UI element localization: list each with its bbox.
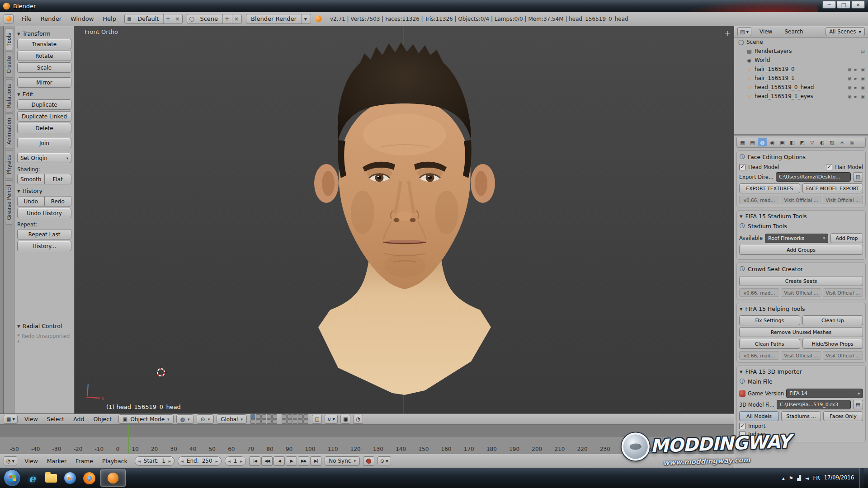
layer-grid-1[interactable]: [250, 414, 277, 424]
outliner-row-eyes[interactable]: ▽ head_156519_1_eyes ◉ ► ▣: [734, 92, 868, 101]
visibility-toggle-icon[interactable]: ◉: [848, 85, 852, 90]
particles-tab-icon[interactable]: ∗: [837, 138, 847, 146]
add-groups-button[interactable]: Add Groups: [739, 245, 863, 255]
increment-icon[interactable]: ▸: [216, 459, 218, 464]
language-indicator[interactable]: FR: [813, 475, 820, 481]
edit-panel-header[interactable]: ▼ Edit: [17, 91, 71, 98]
history-menu-button[interactable]: History...: [17, 241, 71, 251]
network-icon[interactable]: ▟: [797, 475, 801, 481]
renderability-toggle-icon[interactable]: ▣: [861, 85, 865, 90]
renderability-toggle-icon[interactable]: ▣: [861, 67, 865, 72]
delete-layout-button[interactable]: ×: [173, 14, 181, 23]
all-models-button[interactable]: All Models: [739, 411, 779, 421]
outliner-view-menu[interactable]: View: [755, 27, 776, 36]
outliner-row-scene[interactable]: ◯ Scene: [734, 38, 868, 47]
jump-prev-keyframe-button[interactable]: ◀◀: [261, 456, 273, 466]
timeline-menu-item[interactable]: Playback: [98, 456, 132, 466]
top-menu-item[interactable]: Help: [99, 14, 120, 23]
viewport-shading-selector[interactable]: ◍ ▾: [176, 414, 194, 424]
clock-date[interactable]: 17/09/2016: [824, 475, 854, 481]
layer-toggle[interactable]: [298, 419, 303, 424]
faces-only-button[interactable]: Faces Only: [823, 411, 863, 421]
timeline-editor-type-button[interactable]: ◔ ▾: [4, 456, 17, 465]
frame-start-field[interactable]: ◂ Start: 1 ▸: [135, 456, 175, 466]
layer-toggle[interactable]: [282, 419, 287, 424]
blender-taskbar-button[interactable]: [100, 469, 126, 487]
layer-toggle[interactable]: [272, 419, 277, 424]
decrement-icon[interactable]: ◂: [138, 459, 141, 464]
timeline-menu-item[interactable]: Marker: [43, 456, 71, 466]
hidden-icons-arrow[interactable]: ▴: [782, 475, 785, 481]
visit-official-link[interactable]: Visit Official ...: [823, 288, 863, 297]
close-button[interactable]: ×: [851, 1, 865, 9]
stadium-tools-header[interactable]: ▼ FIFA 15 Stadium Tools: [739, 211, 863, 221]
undo-button[interactable]: Undo: [17, 196, 45, 206]
firefox-icon[interactable]: [81, 470, 97, 486]
render-layers-tab-icon[interactable]: ▤: [748, 138, 757, 146]
action-center-icon[interactable]: ⚑: [789, 475, 793, 481]
layer-toggle[interactable]: [267, 419, 272, 424]
outliner-display-selector[interactable]: All Scenes ▾: [826, 27, 865, 36]
indices-checkbox[interactable]: Indices: [739, 431, 767, 437]
timeline-menu-item[interactable]: Frame: [71, 456, 97, 466]
show-desktop-button[interactable]: [859, 468, 864, 488]
hide-show-props-button[interactable]: Hide/Show Props: [802, 339, 863, 349]
start-button[interactable]: [4, 469, 21, 487]
layer-toggle[interactable]: [292, 414, 297, 419]
stadiums-button[interactable]: Stadiums ...: [781, 411, 821, 421]
object-tab-icon[interactable]: ▣: [778, 138, 787, 146]
tab-create[interactable]: Create: [5, 52, 13, 78]
visibility-toggle-icon[interactable]: ◉: [848, 76, 852, 81]
export-dir-field[interactable]: C:\Users\Ramzi\Deskto...: [776, 172, 851, 182]
jump-to-start-button[interactable]: |◀: [249, 456, 260, 466]
duplicate-linked-button[interactable]: Duplicate Linked: [17, 111, 71, 122]
main-file-subheader[interactable]: ⓘ Main File: [739, 376, 863, 387]
layer-toggle[interactable]: [298, 414, 303, 419]
play-reverse-button[interactable]: ◀: [274, 456, 285, 466]
clean-paths-button[interactable]: Clean Paths: [739, 339, 800, 349]
viewport-menu-item[interactable]: Add: [69, 414, 88, 424]
face-model-export-button[interactable]: FACE MODEL EXPORT: [802, 183, 863, 193]
tab-tools[interactable]: Tools: [5, 28, 13, 50]
material-tab-icon[interactable]: ◐: [817, 138, 827, 146]
rotate-button[interactable]: Rotate: [17, 51, 71, 61]
texture-tab-icon[interactable]: ▨: [827, 138, 837, 146]
flat-button[interactable]: Flat: [45, 174, 72, 184]
browse-folder-button[interactable]: ▤: [853, 172, 863, 182]
properties-region-plus-icon[interactable]: +: [725, 29, 731, 38]
render-anim-button[interactable]: ◔: [353, 415, 363, 424]
outliner-row-world[interactable]: ◉ World: [734, 56, 868, 65]
layer-toggle[interactable]: [292, 419, 297, 424]
visibility-toggle-icon[interactable]: ◉: [848, 67, 852, 72]
explorer-folder-icon[interactable]: [43, 470, 59, 486]
screen-layout-selector[interactable]: ▦ Default + ×: [124, 14, 183, 24]
delete-scene-button[interactable]: ×: [232, 14, 241, 23]
selectability-toggle-icon[interactable]: ►: [854, 67, 858, 72]
internet-explorer-icon[interactable]: e: [24, 470, 40, 486]
render-engine-selector[interactable]: Blender Render ▾: [246, 14, 311, 24]
timeline-ruler[interactable]: -50-40-30-20-100102030405060708090100110…: [0, 425, 734, 454]
renderability-toggle-icon[interactable]: ▣: [861, 94, 865, 99]
record-button[interactable]: [363, 456, 374, 466]
renderability-toggle-icon[interactable]: ▣: [861, 76, 865, 81]
duplicate-button[interactable]: Duplicate: [17, 99, 71, 110]
viewport-menu-item[interactable]: Select: [43, 414, 69, 424]
add-prop-button[interactable]: Add Prop: [830, 233, 863, 243]
world-tab-icon[interactable]: ◉: [768, 138, 777, 146]
minimize-button[interactable]: −: [822, 1, 836, 9]
layer-toggle[interactable]: [303, 419, 308, 424]
import-checkbox[interactable]: ✓ Import: [739, 423, 765, 429]
keying-set-button[interactable]: ⊙▾: [377, 456, 391, 465]
play-button[interactable]: ▶: [286, 456, 297, 466]
top-menu-item[interactable]: Window: [66, 14, 98, 23]
viewport-menu-item[interactable]: View: [20, 414, 42, 424]
app-menu-button[interactable]: [4, 14, 14, 23]
current-frame-field[interactable]: ◂ 1 ▸: [225, 456, 246, 466]
layer-toggle[interactable]: [303, 414, 308, 419]
undo-history-button[interactable]: Undo History: [17, 208, 71, 218]
volume-icon[interactable]: ◄: [805, 475, 809, 481]
object-data-tab-icon[interactable]: ▽: [807, 138, 817, 146]
layer-toggle[interactable]: [287, 414, 292, 419]
create-seats-button[interactable]: Create Seats: [739, 276, 863, 286]
outliner-editor-type-button[interactable]: ▤▾: [737, 27, 751, 36]
